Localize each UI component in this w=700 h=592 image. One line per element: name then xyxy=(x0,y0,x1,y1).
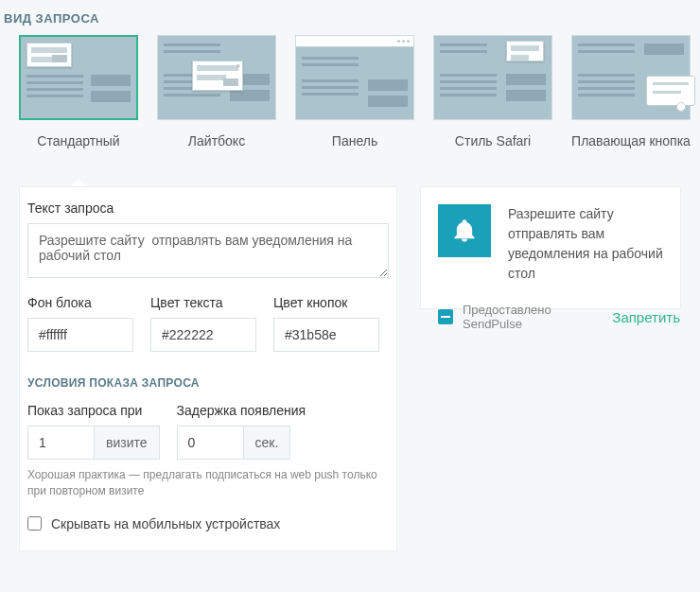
type-safari[interactable]: Стиль Safari xyxy=(433,35,552,148)
provided-by: Предоставлено SendPulse xyxy=(463,303,603,331)
type-lightbox[interactable]: × Лайтбокс xyxy=(157,35,276,148)
hide-mobile-label: Скрывать на мобильных устройствах xyxy=(51,516,280,531)
button-color-input[interactable] xyxy=(273,318,379,352)
hide-mobile-checkbox[interactable]: Скрывать на мобильных устройствах xyxy=(27,516,389,531)
request-type-picker: Стандартный × Лайтбокс Панель xyxy=(0,35,700,186)
visit-label: Показ запроса при xyxy=(27,403,160,418)
bg-color-label: Фон блока xyxy=(27,295,133,310)
text-color-label: Цвет текста xyxy=(150,295,256,310)
type-panel[interactable]: Панель xyxy=(295,35,414,148)
bell-icon xyxy=(438,204,491,257)
hide-mobile-input[interactable] xyxy=(27,516,42,531)
bg-color-input[interactable] xyxy=(27,318,133,352)
request-text-label: Текст запроса xyxy=(27,200,389,216)
delay-suffix: сек. xyxy=(243,426,291,460)
sendpulse-icon xyxy=(438,309,453,324)
settings-panel: Текст запроса Фон блока Цвет текста Цвет… xyxy=(19,186,397,551)
type-label: Панель xyxy=(332,133,377,148)
preview-panel: Разрешите сайту отправлять вам уведомлен… xyxy=(420,186,681,309)
deny-button[interactable]: Запретить xyxy=(612,309,680,325)
type-label: Стандартный xyxy=(37,133,119,148)
type-standard[interactable]: Стандартный xyxy=(19,35,138,148)
visit-input[interactable] xyxy=(27,426,94,460)
delay-input[interactable] xyxy=(177,426,243,460)
type-label: Лайтбокс xyxy=(188,133,245,148)
practice-note: Хорошая практика — предлагать подписатьс… xyxy=(27,467,389,499)
button-color-label: Цвет кнопок xyxy=(273,295,379,310)
delay-label: Задержка появления xyxy=(177,403,306,418)
section-title: ВИД ЗАПРОСА xyxy=(0,0,700,35)
preview-message: Разрешите сайту отправлять вам уведомлен… xyxy=(508,204,680,284)
type-label: Стиль Safari xyxy=(455,133,531,148)
conditions-title: УСЛОВИЯ ПОКАЗА ЗАПРОСА xyxy=(27,376,389,390)
request-text-input[interactable] xyxy=(27,223,389,278)
type-floating[interactable]: Плавающая кнопка xyxy=(571,35,691,148)
visit-suffix: визите xyxy=(94,426,160,460)
type-label: Плавающая кнопка xyxy=(571,133,691,148)
text-color-input[interactable] xyxy=(150,318,256,352)
